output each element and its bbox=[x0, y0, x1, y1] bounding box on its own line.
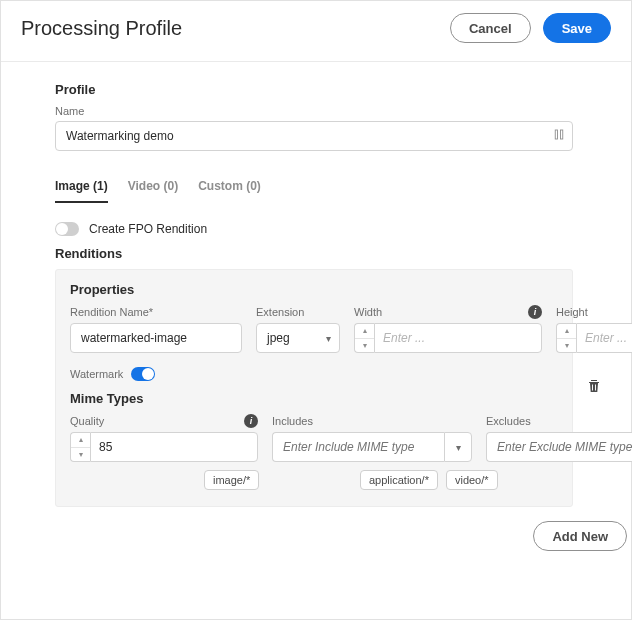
extension-select[interactable]: jpeg ▾ bbox=[256, 323, 340, 353]
delete-rendition-button[interactable] bbox=[586, 378, 602, 398]
extension-value: jpeg bbox=[267, 331, 290, 345]
renditions-heading: Renditions bbox=[55, 246, 611, 261]
properties-heading: Properties bbox=[70, 282, 558, 297]
excludes-label: Excludes bbox=[486, 415, 531, 427]
rendition-name-label: Rendition Name* bbox=[70, 306, 153, 318]
excludes-input[interactable] bbox=[486, 432, 632, 462]
profile-heading: Profile bbox=[55, 82, 611, 97]
width-stepper[interactable]: ▴▾ bbox=[354, 323, 374, 353]
quality-label: Quality bbox=[70, 415, 104, 427]
quality-stepper[interactable]: ▴▾ bbox=[70, 432, 90, 462]
tab-video[interactable]: Video (0) bbox=[128, 173, 178, 203]
height-input[interactable] bbox=[576, 323, 632, 353]
chevron-down-icon: ▾ bbox=[326, 333, 331, 344]
extension-label: Extension bbox=[256, 306, 304, 318]
cancel-button[interactable]: Cancel bbox=[450, 13, 531, 43]
add-new-button[interactable]: Add New bbox=[533, 521, 627, 551]
mime-heading: Mime Types bbox=[70, 391, 558, 406]
width-label: Width bbox=[354, 306, 382, 318]
mime-chip[interactable]: application/* bbox=[360, 470, 438, 490]
height-stepper[interactable]: ▴▾ bbox=[556, 323, 576, 353]
tab-image[interactable]: Image (1) bbox=[55, 173, 108, 203]
rendition-panel: Properties Rendition Name* Extension jpe… bbox=[55, 269, 573, 507]
watermark-label: Watermark bbox=[70, 368, 123, 380]
width-input[interactable] bbox=[374, 323, 542, 353]
info-icon[interactable]: i bbox=[528, 305, 542, 319]
height-label: Height bbox=[556, 306, 588, 318]
tabs: Image (1) Video (0) Custom (0) bbox=[55, 173, 573, 204]
fpo-toggle[interactable] bbox=[55, 222, 79, 236]
tab-custom[interactable]: Custom (0) bbox=[198, 173, 261, 203]
fpo-label: Create FPO Rendition bbox=[89, 222, 207, 236]
page-header: Processing Profile Cancel Save bbox=[1, 1, 631, 62]
quality-input[interactable] bbox=[90, 432, 258, 462]
save-button[interactable]: Save bbox=[543, 13, 611, 43]
watermark-toggle[interactable] bbox=[131, 367, 155, 381]
profile-name-input[interactable] bbox=[55, 121, 573, 151]
name-label: Name bbox=[55, 105, 611, 117]
page-title: Processing Profile bbox=[21, 17, 182, 40]
rendition-name-input[interactable] bbox=[70, 323, 242, 353]
includes-dropdown-button[interactable]: ▾ bbox=[444, 432, 472, 462]
includes-input[interactable] bbox=[272, 432, 444, 462]
svg-rect-0 bbox=[555, 130, 557, 139]
mime-chip[interactable]: image/* bbox=[204, 470, 259, 490]
svg-rect-1 bbox=[561, 130, 563, 139]
rename-icon[interactable] bbox=[553, 129, 565, 144]
includes-label: Includes bbox=[272, 415, 313, 427]
mime-chip[interactable]: video/* bbox=[446, 470, 498, 490]
svg-rect-3 bbox=[595, 385, 596, 391]
svg-rect-2 bbox=[592, 385, 593, 391]
info-icon[interactable]: i bbox=[244, 414, 258, 428]
